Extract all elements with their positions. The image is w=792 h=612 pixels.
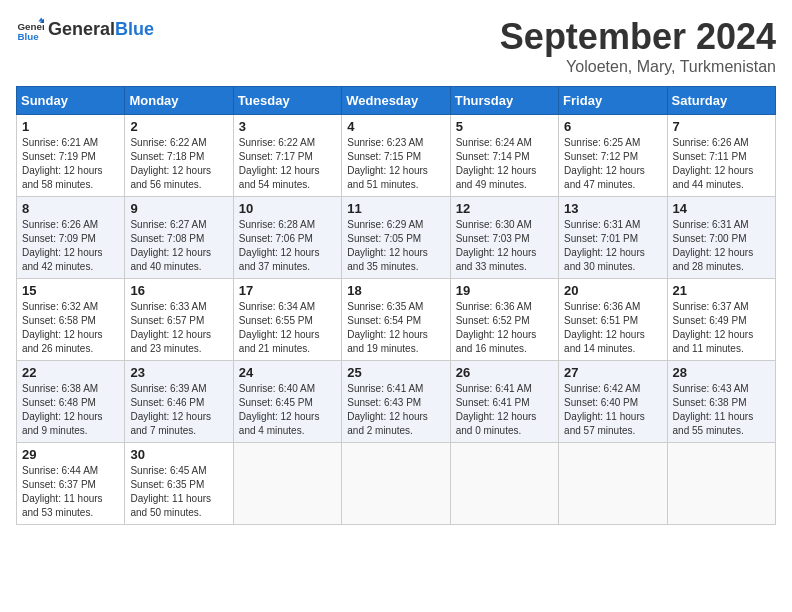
day-info: Sunrise: 6:36 AMSunset: 6:52 PMDaylight:… bbox=[456, 300, 553, 356]
day-info: Sunrise: 6:23 AMSunset: 7:15 PMDaylight:… bbox=[347, 136, 444, 192]
calendar-table: SundayMondayTuesdayWednesdayThursdayFrid… bbox=[16, 86, 776, 525]
day-number: 6 bbox=[564, 119, 661, 134]
day-info: Sunrise: 6:39 AMSunset: 6:46 PMDaylight:… bbox=[130, 382, 227, 438]
day-info: Sunrise: 6:26 AMSunset: 7:11 PMDaylight:… bbox=[673, 136, 770, 192]
day-number: 20 bbox=[564, 283, 661, 298]
day-number: 7 bbox=[673, 119, 770, 134]
header: General Blue GeneralBlue September 2024 … bbox=[16, 16, 776, 76]
calendar-cell: 15Sunrise: 6:32 AMSunset: 6:58 PMDayligh… bbox=[17, 279, 125, 361]
location-title: Yoloeten, Mary, Turkmenistan bbox=[500, 58, 776, 76]
calendar-cell: 6Sunrise: 6:25 AMSunset: 7:12 PMDaylight… bbox=[559, 115, 667, 197]
day-info: Sunrise: 6:43 AMSunset: 6:38 PMDaylight:… bbox=[673, 382, 770, 438]
calendar-cell: 5Sunrise: 6:24 AMSunset: 7:14 PMDaylight… bbox=[450, 115, 558, 197]
day-info: Sunrise: 6:22 AMSunset: 7:17 PMDaylight:… bbox=[239, 136, 336, 192]
weekday-header-sunday: Sunday bbox=[17, 87, 125, 115]
calendar-cell bbox=[667, 443, 775, 525]
calendar-cell: 1Sunrise: 6:21 AMSunset: 7:19 PMDaylight… bbox=[17, 115, 125, 197]
day-number: 25 bbox=[347, 365, 444, 380]
month-title: September 2024 bbox=[500, 16, 776, 58]
day-number: 19 bbox=[456, 283, 553, 298]
logo-general-text: General bbox=[48, 20, 115, 40]
day-number: 28 bbox=[673, 365, 770, 380]
day-info: Sunrise: 6:25 AMSunset: 7:12 PMDaylight:… bbox=[564, 136, 661, 192]
day-info: Sunrise: 6:22 AMSunset: 7:18 PMDaylight:… bbox=[130, 136, 227, 192]
calendar-cell: 20Sunrise: 6:36 AMSunset: 6:51 PMDayligh… bbox=[559, 279, 667, 361]
weekday-header-saturday: Saturday bbox=[667, 87, 775, 115]
calendar-cell bbox=[342, 443, 450, 525]
calendar-cell: 9Sunrise: 6:27 AMSunset: 7:08 PMDaylight… bbox=[125, 197, 233, 279]
calendar-cell bbox=[559, 443, 667, 525]
weekday-header-tuesday: Tuesday bbox=[233, 87, 341, 115]
weekday-header-thursday: Thursday bbox=[450, 87, 558, 115]
day-number: 26 bbox=[456, 365, 553, 380]
calendar-cell: 30Sunrise: 6:45 AMSunset: 6:35 PMDayligh… bbox=[125, 443, 233, 525]
calendar-cell: 7Sunrise: 6:26 AMSunset: 7:11 PMDaylight… bbox=[667, 115, 775, 197]
week-row-2: 8Sunrise: 6:26 AMSunset: 7:09 PMDaylight… bbox=[17, 197, 776, 279]
day-info: Sunrise: 6:29 AMSunset: 7:05 PMDaylight:… bbox=[347, 218, 444, 274]
calendar-cell: 2Sunrise: 6:22 AMSunset: 7:18 PMDaylight… bbox=[125, 115, 233, 197]
weekday-header-friday: Friday bbox=[559, 87, 667, 115]
weekday-header-row: SundayMondayTuesdayWednesdayThursdayFrid… bbox=[17, 87, 776, 115]
day-number: 18 bbox=[347, 283, 444, 298]
calendar-cell: 16Sunrise: 6:33 AMSunset: 6:57 PMDayligh… bbox=[125, 279, 233, 361]
weekday-header-wednesday: Wednesday bbox=[342, 87, 450, 115]
day-number: 3 bbox=[239, 119, 336, 134]
logo-icon: General Blue bbox=[16, 16, 44, 44]
day-info: Sunrise: 6:35 AMSunset: 6:54 PMDaylight:… bbox=[347, 300, 444, 356]
day-number: 9 bbox=[130, 201, 227, 216]
calendar-cell: 21Sunrise: 6:37 AMSunset: 6:49 PMDayligh… bbox=[667, 279, 775, 361]
day-number: 15 bbox=[22, 283, 119, 298]
day-info: Sunrise: 6:45 AMSunset: 6:35 PMDaylight:… bbox=[130, 464, 227, 520]
day-number: 27 bbox=[564, 365, 661, 380]
calendar-cell: 19Sunrise: 6:36 AMSunset: 6:52 PMDayligh… bbox=[450, 279, 558, 361]
calendar-cell: 4Sunrise: 6:23 AMSunset: 7:15 PMDaylight… bbox=[342, 115, 450, 197]
day-info: Sunrise: 6:41 AMSunset: 6:41 PMDaylight:… bbox=[456, 382, 553, 438]
day-info: Sunrise: 6:28 AMSunset: 7:06 PMDaylight:… bbox=[239, 218, 336, 274]
day-number: 14 bbox=[673, 201, 770, 216]
calendar-cell: 12Sunrise: 6:30 AMSunset: 7:03 PMDayligh… bbox=[450, 197, 558, 279]
day-number: 24 bbox=[239, 365, 336, 380]
day-number: 12 bbox=[456, 201, 553, 216]
calendar-cell: 13Sunrise: 6:31 AMSunset: 7:01 PMDayligh… bbox=[559, 197, 667, 279]
day-info: Sunrise: 6:32 AMSunset: 6:58 PMDaylight:… bbox=[22, 300, 119, 356]
day-info: Sunrise: 6:31 AMSunset: 7:01 PMDaylight:… bbox=[564, 218, 661, 274]
calendar-cell: 27Sunrise: 6:42 AMSunset: 6:40 PMDayligh… bbox=[559, 361, 667, 443]
calendar-cell: 26Sunrise: 6:41 AMSunset: 6:41 PMDayligh… bbox=[450, 361, 558, 443]
calendar-cell: 24Sunrise: 6:40 AMSunset: 6:45 PMDayligh… bbox=[233, 361, 341, 443]
day-number: 2 bbox=[130, 119, 227, 134]
calendar-cell: 29Sunrise: 6:44 AMSunset: 6:37 PMDayligh… bbox=[17, 443, 125, 525]
day-number: 1 bbox=[22, 119, 119, 134]
calendar-cell: 18Sunrise: 6:35 AMSunset: 6:54 PMDayligh… bbox=[342, 279, 450, 361]
day-number: 13 bbox=[564, 201, 661, 216]
day-number: 11 bbox=[347, 201, 444, 216]
day-info: Sunrise: 6:27 AMSunset: 7:08 PMDaylight:… bbox=[130, 218, 227, 274]
day-number: 16 bbox=[130, 283, 227, 298]
day-info: Sunrise: 6:34 AMSunset: 6:55 PMDaylight:… bbox=[239, 300, 336, 356]
day-info: Sunrise: 6:41 AMSunset: 6:43 PMDaylight:… bbox=[347, 382, 444, 438]
week-row-3: 15Sunrise: 6:32 AMSunset: 6:58 PMDayligh… bbox=[17, 279, 776, 361]
calendar-cell: 17Sunrise: 6:34 AMSunset: 6:55 PMDayligh… bbox=[233, 279, 341, 361]
logo: General Blue GeneralBlue bbox=[16, 16, 154, 44]
svg-text:Blue: Blue bbox=[17, 31, 39, 42]
calendar-cell: 3Sunrise: 6:22 AMSunset: 7:17 PMDaylight… bbox=[233, 115, 341, 197]
day-info: Sunrise: 6:21 AMSunset: 7:19 PMDaylight:… bbox=[22, 136, 119, 192]
calendar-cell: 28Sunrise: 6:43 AMSunset: 6:38 PMDayligh… bbox=[667, 361, 775, 443]
day-info: Sunrise: 6:30 AMSunset: 7:03 PMDaylight:… bbox=[456, 218, 553, 274]
day-info: Sunrise: 6:42 AMSunset: 6:40 PMDaylight:… bbox=[564, 382, 661, 438]
day-info: Sunrise: 6:33 AMSunset: 6:57 PMDaylight:… bbox=[130, 300, 227, 356]
day-info: Sunrise: 6:31 AMSunset: 7:00 PMDaylight:… bbox=[673, 218, 770, 274]
week-row-1: 1Sunrise: 6:21 AMSunset: 7:19 PMDaylight… bbox=[17, 115, 776, 197]
day-number: 21 bbox=[673, 283, 770, 298]
day-info: Sunrise: 6:44 AMSunset: 6:37 PMDaylight:… bbox=[22, 464, 119, 520]
day-number: 17 bbox=[239, 283, 336, 298]
weekday-header-monday: Monday bbox=[125, 87, 233, 115]
week-row-5: 29Sunrise: 6:44 AMSunset: 6:37 PMDayligh… bbox=[17, 443, 776, 525]
calendar-cell bbox=[233, 443, 341, 525]
day-number: 22 bbox=[22, 365, 119, 380]
day-number: 10 bbox=[239, 201, 336, 216]
day-info: Sunrise: 6:36 AMSunset: 6:51 PMDaylight:… bbox=[564, 300, 661, 356]
day-number: 23 bbox=[130, 365, 227, 380]
day-number: 5 bbox=[456, 119, 553, 134]
calendar-cell: 23Sunrise: 6:39 AMSunset: 6:46 PMDayligh… bbox=[125, 361, 233, 443]
day-number: 8 bbox=[22, 201, 119, 216]
